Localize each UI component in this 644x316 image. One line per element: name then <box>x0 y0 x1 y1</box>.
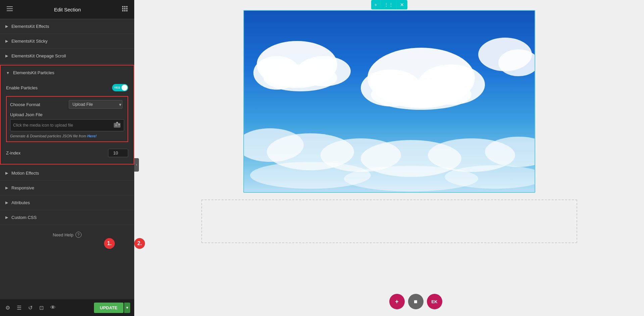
history-icon[interactable]: ↺ <box>27 303 34 312</box>
move-element-button[interactable]: ⋮⋮ <box>381 0 397 9</box>
chevron-right-icon: ▶ <box>5 186 8 190</box>
enable-particles-row: Enable Particles YES <box>6 84 128 91</box>
media-upload-button[interactable] <box>113 122 121 129</box>
sidebar-content: ▶ ElementsKit Effects ▶ ElementsKit Stic… <box>0 19 134 316</box>
svg-rect-8 <box>126 8 128 9</box>
particles-label: ElementsKit Particles <box>13 70 54 75</box>
format-select[interactable]: Upload File Inline JSON <box>69 100 122 109</box>
svg-rect-14 <box>118 124 120 125</box>
svg-rect-7 <box>124 8 126 9</box>
help-icon[interactable]: ? <box>76 232 82 238</box>
choose-format-label: Choose Format <box>10 102 40 107</box>
format-select-wrapper: Upload File Inline JSON <box>69 100 124 109</box>
need-help-text: Need Help <box>53 232 73 237</box>
zindex-input[interactable] <box>108 149 128 157</box>
upload-section-box: Choose Format Upload File Inline JSON Up… <box>6 96 128 142</box>
grid-icon[interactable] <box>121 5 129 14</box>
sidebar-header: Edit Section <box>0 0 134 19</box>
upload-placeholder: Click the media icon to upload file <box>13 123 113 128</box>
sidebar-collapse-button[interactable]: ‹ <box>134 158 139 172</box>
sidebar-item-effects[interactable]: ▶ ElementsKit Effects <box>0 19 134 34</box>
sky-image-container <box>243 10 535 193</box>
update-group: UPDATE ▾ <box>94 303 130 313</box>
upload-input-row: Click the media icon to upload file <box>10 119 124 131</box>
attributes-label: Attributes <box>11 200 30 205</box>
sidebar: Edit Section ▶ ElementsKit Effects ▶ Ele… <box>0 0 134 316</box>
canvas-area <box>134 0 644 316</box>
onepage-label: ElementsKit Onepage Scroll <box>11 53 66 58</box>
choose-format-row: Choose Format Upload File Inline JSON <box>10 100 124 109</box>
effects-label: ElementsKit Effects <box>11 24 49 29</box>
svg-point-13 <box>115 124 117 126</box>
svg-rect-2 <box>7 10 13 11</box>
svg-marker-15 <box>116 122 118 123</box>
responsive-icon[interactable]: ⊡ <box>38 303 45 312</box>
particles-section: ▼ ElementsKit Particles Enable Particles… <box>0 65 134 165</box>
svg-rect-3 <box>122 6 123 7</box>
empty-section-area <box>201 199 577 243</box>
main-content: + ⋮⋮ ✕ <box>134 0 644 316</box>
svg-point-24 <box>371 80 472 110</box>
hamburger-icon[interactable] <box>5 5 14 14</box>
upload-json-label: Upload Json File <box>10 112 124 117</box>
here-link[interactable]: Here! <box>87 134 97 138</box>
sky-visual <box>244 11 535 192</box>
add-float-button[interactable]: + <box>389 294 405 309</box>
layers-icon[interactable]: ☰ <box>15 303 23 312</box>
chevron-right-icon: ▶ <box>5 200 8 205</box>
toggle-knob <box>121 85 128 91</box>
chevron-right-icon: ▶ <box>5 215 8 220</box>
sidebar-title: Edit Section <box>14 7 121 12</box>
svg-rect-4 <box>124 6 126 7</box>
svg-rect-5 <box>126 6 128 7</box>
svg-rect-1 <box>7 8 13 9</box>
generate-link-text: Generate & Download particles JSON file … <box>10 134 124 138</box>
enable-particles-label: Enable Particles <box>6 85 38 90</box>
sidebar-item-responsive[interactable]: ▶ Responsive <box>0 181 134 195</box>
svg-rect-0 <box>7 6 13 7</box>
chevron-right-icon: ▶ <box>5 171 8 175</box>
delete-element-button[interactable]: ✕ <box>397 0 407 9</box>
particles-content: Enable Particles YES Choose Format <box>1 80 134 164</box>
svg-rect-11 <box>126 10 128 11</box>
sidebar-item-sticky[interactable]: ▶ ElementsKit Sticky <box>0 34 134 49</box>
customcss-label: Custom CSS <box>11 215 37 220</box>
svg-rect-9 <box>122 10 123 11</box>
float-buttons: + ■ EK <box>389 294 442 309</box>
sidebar-item-attributes[interactable]: ▶ Attributes <box>0 195 134 210</box>
stop-float-button[interactable]: ■ <box>408 294 424 309</box>
sidebar-toolbar: ⚙ ☰ ↺ ⊡ 👁 UPDATE ▾ <box>0 299 134 316</box>
ek-float-button[interactable]: EK <box>427 294 442 309</box>
zindex-row: Z-index <box>6 146 128 160</box>
sidebar-item-onepage[interactable]: ▶ ElementsKit Onepage Scroll <box>0 49 134 63</box>
zindex-label: Z-index <box>6 150 20 155</box>
settings-icon[interactable]: ⚙ <box>4 303 11 312</box>
toggle-yes-label: YES <box>114 86 120 89</box>
update-arrow-button[interactable]: ▾ <box>124 303 130 313</box>
particles-header[interactable]: ▼ ElementsKit Particles <box>1 65 134 80</box>
svg-point-20 <box>263 64 337 91</box>
enable-particles-toggle[interactable]: YES <box>112 84 128 91</box>
sidebar-item-motion[interactable]: ▶ Motion Effects <box>0 166 134 181</box>
motion-label: Motion Effects <box>11 171 39 176</box>
chevron-right-icon: ▶ <box>5 54 8 58</box>
sidebar-item-customcss[interactable]: ▶ Custom CSS <box>0 210 134 225</box>
svg-rect-6 <box>122 8 123 9</box>
sticky-label: ElementsKit Sticky <box>11 39 48 44</box>
chevron-right-icon: ▶ <box>5 24 8 29</box>
eye-icon[interactable]: 👁 <box>49 303 57 312</box>
update-button[interactable]: UPDATE <box>94 303 123 313</box>
chevron-right-icon: ▶ <box>5 39 8 43</box>
element-toolbar: + ⋮⋮ ✕ <box>371 0 407 9</box>
chevron-down-icon: ▼ <box>6 71 10 75</box>
need-help-row: Need Help ? <box>0 225 134 244</box>
responsive-label: Responsive <box>11 185 34 190</box>
add-element-button[interactable]: + <box>371 0 380 9</box>
svg-rect-10 <box>124 10 126 11</box>
